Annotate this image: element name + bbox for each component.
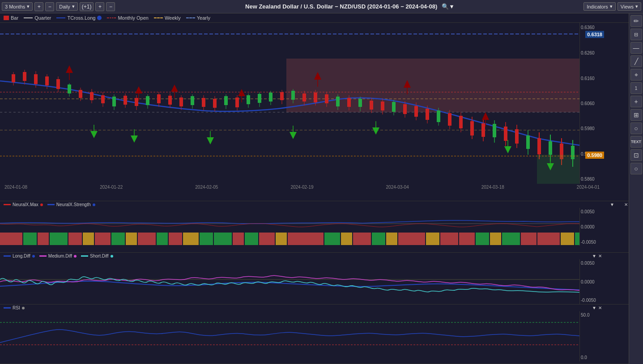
price-chart: Bar Quarter TCross.Long Monthly Open xyxy=(0,13,629,201)
search-icon[interactable]: 🔍 xyxy=(442,3,449,10)
legend-monthlyopen-item: Monthly Open xyxy=(107,15,148,21)
svg-rect-86 xyxy=(448,113,451,126)
dropdown-arrow: ▾ xyxy=(27,4,30,9)
svg-rect-173 xyxy=(476,233,489,245)
increment-minus-btn[interactable]: − xyxy=(106,2,115,11)
chart-title: New Zealand Dollar / U.S. Dollar − NZD/U… xyxy=(117,3,582,10)
svg-rect-172 xyxy=(459,233,475,245)
neuralx-close-btn[interactable]: ✕ xyxy=(624,202,628,207)
tcrosslong-label: TCross.Long xyxy=(67,15,95,21)
svg-rect-150 xyxy=(95,233,111,245)
svg-rect-92 xyxy=(481,123,485,137)
svg-rect-44 xyxy=(213,99,217,108)
neuralx-legend: NeuralX.Max NeuralX.Strength ▼ ✕ xyxy=(0,201,629,208)
price-svg[interactable] xyxy=(0,23,604,184)
neuralx-collapse-btn[interactable]: ▼ xyxy=(610,202,614,207)
svg-rect-169 xyxy=(398,233,425,245)
svg-rect-8 xyxy=(12,74,15,82)
main-area: Bar Quarter TCross.Long Monthly Open xyxy=(0,13,643,364)
svg-rect-154 xyxy=(157,233,168,245)
weekly-label: Weekly xyxy=(165,15,181,21)
svg-rect-167 xyxy=(372,233,385,245)
svg-rect-72 xyxy=(370,101,373,110)
current-price-badge: 0.6318 xyxy=(585,31,604,38)
svg-rect-34 xyxy=(157,94,161,103)
neuralxstrength-dot xyxy=(93,203,95,206)
neuralxmax-dot xyxy=(40,203,43,206)
price-axis: 0.6360 0.6260 0.6160 0.6060 0.5980 0.596… xyxy=(579,23,604,184)
svg-rect-10 xyxy=(23,72,26,81)
legend-weekly-item: Weekly xyxy=(154,15,181,21)
square-btn[interactable]: ⊡ xyxy=(630,149,642,161)
svg-rect-145 xyxy=(23,233,37,245)
add-shape-btn[interactable]: + xyxy=(630,96,642,107)
bar-label: Bar xyxy=(11,15,18,21)
rsi-collapse-btn[interactable]: ▼ xyxy=(592,305,596,310)
svg-rect-160 xyxy=(245,233,258,245)
svg-rect-18 xyxy=(68,85,71,93)
svg-rect-76 xyxy=(392,102,396,112)
hline-btn[interactable]: — xyxy=(630,42,642,54)
neuralxmax-color xyxy=(4,204,11,205)
longdiff-label: Long.Diff xyxy=(13,254,30,258)
diff-panel: Long.Diff Medium.Diff Short.Diff ▼ ✕ xyxy=(0,253,629,305)
circle-btn[interactable]: ○ xyxy=(630,123,642,134)
rsi-close-btn[interactable]: ✕ xyxy=(598,305,602,310)
rsi-label: RSI xyxy=(13,305,20,310)
views-arrow: ▾ xyxy=(635,4,638,9)
diff-collapse-btn[interactable]: ▼ xyxy=(592,254,596,258)
monthlyopen-color xyxy=(107,17,116,18)
fibline-btn[interactable]: 1 xyxy=(630,82,642,94)
svg-rect-147 xyxy=(50,233,68,245)
tcrosslong-color xyxy=(56,17,65,18)
interval-dropdown[interactable]: Daily ▾ xyxy=(56,2,77,11)
diff-close-btn[interactable]: ✕ xyxy=(598,254,602,258)
svg-rect-80 xyxy=(414,106,418,117)
draw-pencil-btn[interactable]: ✏ xyxy=(630,15,642,27)
crosshair-btn[interactable]: ⌖ xyxy=(630,69,642,80)
svg-rect-32 xyxy=(146,96,149,105)
svg-rect-182 xyxy=(0,311,604,361)
svg-rect-174 xyxy=(490,233,501,245)
svg-rect-151 xyxy=(111,233,125,245)
timeframe-label: 3 Months xyxy=(5,4,25,9)
yearly-label: Yearly xyxy=(197,15,210,21)
svg-rect-90 xyxy=(470,121,474,135)
title-dropdown-arrow[interactable]: ▾ xyxy=(450,3,453,10)
rsi-axis: 50.0 0.0 xyxy=(579,311,604,361)
ellipse-btn[interactable]: ○ xyxy=(630,163,642,174)
svg-rect-164 xyxy=(324,233,340,245)
svg-rect-74 xyxy=(381,102,384,110)
timeframe-plus-btn[interactable]: + xyxy=(34,2,43,11)
text-btn[interactable]: TEXT xyxy=(630,136,642,148)
diff-legend: Long.Diff Medium.Diff Short.Diff ▼ ✕ xyxy=(0,253,629,259)
price-level-4: 0.6060 xyxy=(581,101,603,106)
svg-rect-178 xyxy=(561,233,574,245)
svg-rect-144 xyxy=(0,233,22,245)
svg-rect-12 xyxy=(34,74,38,84)
svg-rect-177 xyxy=(537,233,560,245)
svg-rect-163 xyxy=(288,233,324,245)
legend-quarter-item: Quarter xyxy=(24,15,51,21)
shortdiff-label: Short.Diff xyxy=(90,254,109,258)
date-axis: 2024-01-08 2024-01-22 2024-02-05 2024-02… xyxy=(0,184,604,193)
svg-rect-94 xyxy=(493,124,496,137)
svg-rect-170 xyxy=(426,233,439,245)
svg-rect-98 xyxy=(515,129,519,144)
svg-rect-88 xyxy=(459,116,463,128)
cursor-btn[interactable]: ⊟ xyxy=(630,29,642,40)
rsi-legend-item: RSI xyxy=(4,305,25,310)
indicators-dropdown[interactable]: Indicators ▾ xyxy=(583,2,616,11)
mediumdiff-legend: Medium.Diff xyxy=(39,254,77,258)
trendline-btn[interactable]: ╱ xyxy=(630,55,642,67)
svg-rect-36 xyxy=(168,96,172,105)
svg-rect-66 xyxy=(336,97,340,106)
rsi-panel-controls: ▼ ✕ xyxy=(592,305,602,310)
rectangle-btn[interactable]: ⊞ xyxy=(630,109,642,121)
increment-plus-btn[interactable]: + xyxy=(95,2,104,11)
timeframe-minus-btn[interactable]: − xyxy=(45,2,54,11)
neuralx-close-area: ▼ ✕ xyxy=(610,202,628,207)
svg-rect-155 xyxy=(169,233,182,245)
timeframe-dropdown[interactable]: 3 Months ▾ xyxy=(2,2,33,11)
views-dropdown[interactable]: Views ▾ xyxy=(617,2,641,11)
